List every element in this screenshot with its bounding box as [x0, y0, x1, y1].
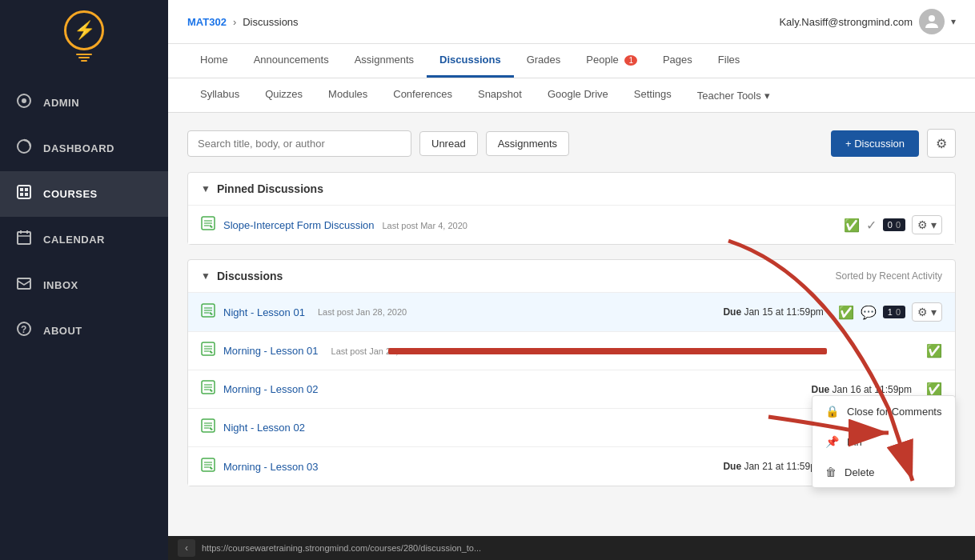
- tab-people[interactable]: People 1: [573, 44, 650, 78]
- teacher-tools-label: Teacher Tools: [697, 90, 761, 102]
- dashboard-icon: [16, 138, 32, 158]
- sidebar-item-dashboard[interactable]: DASHBOARD: [0, 126, 168, 171]
- dropdown-item-delete[interactable]: 🗑 Delete: [812, 457, 955, 487]
- disc-edit-icon-m02: [201, 380, 215, 398]
- chat-icon-n01: 💬: [861, 305, 877, 320]
- disc-title-n02[interactable]: Night - Lesson 02: [223, 422, 305, 434]
- tab-settings[interactable]: Settings: [621, 78, 684, 112]
- tab-announcements[interactable]: Announcements: [241, 44, 342, 78]
- item-settings-button-slope[interactable]: ⚙ ▾: [912, 215, 942, 234]
- sidebar-item-admin[interactable]: ADMIN: [0, 80, 168, 126]
- disc-due-m03: Due Jan 21 at 11:59pm: [723, 461, 823, 472]
- disc-meta-n01: Last post Jan 28, 2020: [318, 307, 407, 317]
- disc-title-m02[interactable]: Morning - Lesson 02: [223, 383, 319, 395]
- disc-actions-m01: ✅: [926, 343, 942, 358]
- unread-count: 0: [896, 220, 901, 230]
- teacher-tools-menu[interactable]: Teacher Tools ▾: [684, 78, 783, 112]
- admin-icon: [16, 93, 32, 113]
- dropdown-label-delete: Delete: [845, 466, 875, 478]
- logo-lines: [76, 54, 92, 62]
- disc-info: Slope-Intercept Form Discussion Last pos…: [223, 218, 467, 231]
- sidebar-item-inbox[interactable]: INBOX: [0, 262, 168, 308]
- svg-rect-7: [25, 193, 28, 196]
- search-input[interactable]: [187, 130, 411, 157]
- reply-count: 0: [888, 220, 893, 230]
- svg-point-1: [22, 98, 26, 103]
- tab-conferences[interactable]: Conferences: [380, 78, 465, 112]
- check-icon: ✓: [866, 218, 877, 233]
- disc-due-n01: Due Jan 15 at 11:59pm: [723, 306, 823, 318]
- breadcrumb-separator: ›: [233, 16, 236, 28]
- tab-assignments[interactable]: Assignments: [342, 44, 427, 78]
- user-menu[interactable]: Kaly.Nasiff@strongmind.com ▾: [779, 9, 956, 34]
- disc-actions-n01: ✅ 💬 1 0 ⚙ ▾: [838, 302, 942, 322]
- dropdown-item-close-comments[interactable]: 🔒 Close for Comments: [812, 396, 955, 426]
- discussion-item-night-01: Night - Lesson 01 Last post Jan 28, 2020…: [188, 293, 955, 332]
- sidebar-item-label-admin: ADMIN: [43, 97, 79, 109]
- teacher-tools-chevron-icon: ▾: [764, 90, 770, 102]
- red-progress-bar: [388, 348, 827, 354]
- status-url: https://coursewaretraining.strongmind.co…: [202, 543, 481, 553]
- svg-rect-8: [18, 232, 30, 244]
- tab-quizzes[interactable]: Quizzes: [252, 78, 315, 112]
- nav-tabs-container: Home Announcements Assignments Discussio…: [168, 44, 975, 113]
- discussion-settings-button[interactable]: ⚙: [927, 129, 956, 158]
- disc-edit-icon-m03: [201, 458, 215, 476]
- sidebar-item-courses[interactable]: COURSES: [0, 171, 168, 217]
- svg-rect-12: [18, 278, 30, 289]
- disc-title-slope[interactable]: Slope-Intercept Form Discussion: [223, 219, 375, 231]
- tab-syllabus[interactable]: Syllabus: [187, 78, 252, 112]
- discussions-collapse-icon[interactable]: ▼: [201, 270, 211, 282]
- check-circle-icon: ✅: [844, 218, 860, 233]
- about-icon: ?: [16, 321, 32, 341]
- disc-title-m01[interactable]: Morning - Lesson 01: [223, 345, 319, 357]
- breadcrumb: MAT302 › Discussions: [187, 16, 299, 28]
- tab-pages[interactable]: Pages: [650, 44, 705, 78]
- disc-edit-icon-m01: [201, 342, 215, 360]
- tab-files[interactable]: Files: [705, 44, 752, 78]
- courses-icon: [16, 184, 32, 204]
- reply-count-badge: 0 0: [883, 218, 905, 231]
- disc-edit-icon: [201, 216, 215, 234]
- discussions-section-header: ▼ Discussions Sorted by Recent Activity: [188, 260, 955, 293]
- add-discussion-button[interactable]: + Discussion: [831, 130, 919, 157]
- chevron-down-icon[interactable]: ▾: [951, 16, 956, 27]
- discussion-item-slope-intercept: Slope-Intercept Form Discussion Last pos…: [188, 206, 955, 244]
- unread-filter-button[interactable]: Unread: [419, 131, 478, 156]
- tab-modules[interactable]: Modules: [315, 78, 380, 112]
- tab-google-drive[interactable]: Google Drive: [535, 78, 621, 112]
- people-badge: 1: [624, 55, 637, 66]
- svg-rect-4: [20, 188, 23, 191]
- dropdown-item-pin[interactable]: 📌 Pin: [812, 426, 955, 457]
- pinned-discussions-section: ▼ Pinned Discussions Slope-Intercept For…: [187, 172, 956, 245]
- sidebar-item-calendar[interactable]: CALENDAR: [0, 217, 168, 262]
- tab-snapshot[interactable]: Snapshot: [465, 78, 535, 112]
- nav-tabs-row1: Home Announcements Assignments Discussio…: [168, 44, 975, 78]
- breadcrumb-current-page: Discussions: [243, 16, 298, 28]
- reply-count-badge-n01: 1 0: [883, 306, 905, 318]
- unread-count-n01: 0: [896, 307, 901, 317]
- bottom-status-bar: ‹ https://coursewaretraining.strongmind.…: [168, 536, 975, 560]
- disc-actions-slope: ✅ ✓ 0 0 ⚙ ▾: [844, 215, 942, 234]
- assignments-filter-button[interactable]: Assignments: [486, 131, 569, 156]
- sidebar-item-about[interactable]: ? ABOUT: [0, 308, 168, 354]
- tab-home[interactable]: Home: [187, 44, 241, 78]
- dropdown-label-pin: Pin: [847, 436, 862, 448]
- breadcrumb-course-link[interactable]: MAT302: [187, 16, 227, 28]
- pinned-collapse-icon[interactable]: ▼: [201, 183, 211, 194]
- check-circle-icon-n01: ✅: [838, 305, 854, 320]
- disc-edit-icon-n01: [201, 303, 215, 322]
- trash-icon: 🗑: [825, 466, 837, 478]
- collapse-sidebar-button[interactable]: ‹: [178, 539, 195, 557]
- item-settings-button-n01[interactable]: ⚙ ▾: [912, 302, 942, 322]
- disc-edit-icon-n02: [201, 418, 215, 437]
- disc-title-m03[interactable]: Morning - Lesson 03: [223, 461, 319, 473]
- tab-grades[interactable]: Grades: [514, 44, 574, 78]
- sidebar-item-label-calendar: CALENDAR: [43, 234, 105, 246]
- logo-circle: ⚡: [64, 10, 104, 50]
- reply-count-n01: 1: [888, 307, 893, 317]
- tab-discussions[interactable]: Discussions: [427, 44, 514, 78]
- disc-title-n01[interactable]: Night - Lesson 01: [223, 306, 305, 318]
- svg-rect-5: [25, 188, 28, 191]
- context-dropdown-menu: 🔒 Close for Comments 📌 Pin 🗑 Delete: [812, 395, 956, 488]
